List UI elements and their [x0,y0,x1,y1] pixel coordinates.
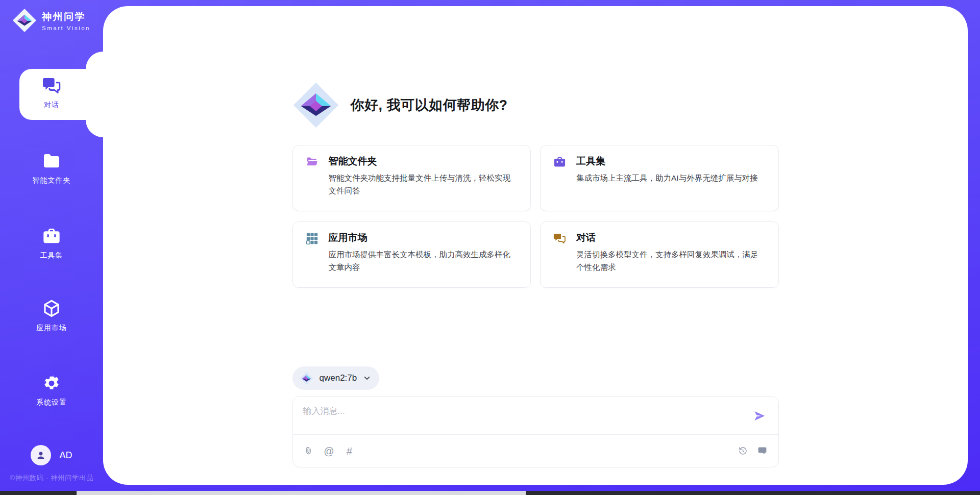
hero-logo-icon [292,82,339,129]
folder-icon [41,151,62,171]
chat-bubble-icon [757,445,768,456]
user-account[interactable]: AD [0,445,103,465]
chat-icon [41,76,62,96]
topic-button[interactable]: # [344,445,355,457]
sidebar-item-app-market[interactable]: 应用市场 [0,299,103,333]
send-button[interactable] [752,409,767,424]
user-icon [35,449,47,461]
avatar [31,445,51,465]
card-text: 对话 [576,230,766,245]
tab-connector-bottom [86,120,103,137]
briefcase-icon [553,155,567,169]
history-button[interactable] [738,445,749,457]
brand-subtitle: Smart Vision [42,25,90,31]
folder-open-icon [305,155,319,169]
card-toolset[interactable]: 工具集 集成市场上主流工具，助力AI与外界无缝扩展与对接 [540,145,779,211]
sidebar-item-label: 对话 [44,101,59,110]
sidebar-item-smart-folder[interactable]: 智能文件夹 [0,151,103,185]
horizontal-scrollbar [0,491,980,495]
sidebar-item-label: 应用市场 [36,324,67,333]
app-screen: 神州问学 Smart Vision 对话 智能文件夹 [0,0,980,495]
card-title: 对话 [576,230,766,245]
sidebar-item-chat[interactable]: 对话 [0,76,103,110]
card-description: 灵活切换多模型文件，支持多样回复效果调试，满足个性化需求 [576,248,766,274]
feedback-button[interactable] [757,445,768,457]
card-description: 智能文件夹功能支持批量文件上传与清洗，轻松实现文件问答 [329,171,519,197]
brand-text: 神州问学 Smart Vision [42,10,90,31]
sidebar-item-label: 系统设置 [36,398,67,407]
chevron-down-icon [363,375,371,382]
card-title: 工具集 [576,154,766,169]
grid-icon [305,232,319,245]
main-content: 你好, 我可以如何帮助你? 智能文件夹 智能文件夹功能支持批量文件上传与清洗，轻… [292,6,779,467]
composer-toolbar-right [738,445,768,457]
sidebar-footer: ©神州数码 · 神州问学出品 [0,474,103,483]
attach-button[interactable] [303,445,314,457]
greeting-title: 你好, 我可以如何帮助你? [351,96,508,114]
card-description: 应用市场提供丰富长文本模板，助力高效生成多样化文章内容 [329,248,519,274]
model-selector[interactable]: qwen2:7b [292,366,380,390]
brand[interactable]: 神州问学 Smart Vision [12,8,90,33]
feature-cards: 智能文件夹 智能文件夹功能支持批量文件上传与清洗，轻松实现文件问答 工具集 集成… [292,145,779,288]
gear-icon [41,373,62,393]
cube-icon [41,299,62,319]
card-text: 工具集 [576,154,766,169]
send-icon [752,409,767,423]
sidebar-item-label: 工具集 [40,251,63,260]
toolbox-icon [41,226,62,246]
tab-connector-top [86,52,103,69]
sidebar: 神州问学 Smart Vision 对话 智能文件夹 [0,0,103,495]
scrollbar-thumb[interactable] [77,491,526,495]
sidebar-item-toolset[interactable]: 工具集 [0,226,103,260]
model-name: qwen2:7b [320,373,357,383]
message-composer: @ # [292,396,779,467]
message-input[interactable] [293,397,778,434]
user-name: AD [59,450,72,461]
sidebar-item-settings[interactable]: 系统设置 [0,373,103,407]
brand-name: 神州问学 [42,10,90,23]
paperclip-icon [303,445,314,456]
card-app-market[interactable]: 应用市场 应用市场提供丰富长文本模板，助力高效生成多样化文章内容 [292,221,531,288]
card-text: 智能文件夹 [329,154,519,169]
card-text: 应用市场 [329,230,519,245]
card-chat[interactable]: 对话 灵活切换多模型文件，支持多样回复效果调试，满足个性化需求 [540,221,779,288]
mention-button[interactable]: @ [324,445,335,457]
brand-logo-icon [12,8,37,33]
hero: 你好, 我可以如何帮助你? [292,82,779,129]
card-description: 集成市场上主流工具，助力AI与外界无缝扩展与对接 [576,171,766,184]
composer-toolbar: @ # [293,434,778,467]
history-icon [738,445,748,456]
card-smart-folder[interactable]: 智能文件夹 智能文件夹功能支持批量文件上传与清洗，轻松实现文件问答 [292,145,531,211]
card-title: 智能文件夹 [329,154,519,169]
main-panel: 你好, 我可以如何帮助你? 智能文件夹 智能文件夹功能支持批量文件上传与清洗，轻… [103,6,968,485]
card-title: 应用市场 [329,230,519,245]
chat-bubbles-icon [553,232,567,245]
sidebar-item-label: 智能文件夹 [33,176,71,185]
model-logo-icon [300,372,313,385]
